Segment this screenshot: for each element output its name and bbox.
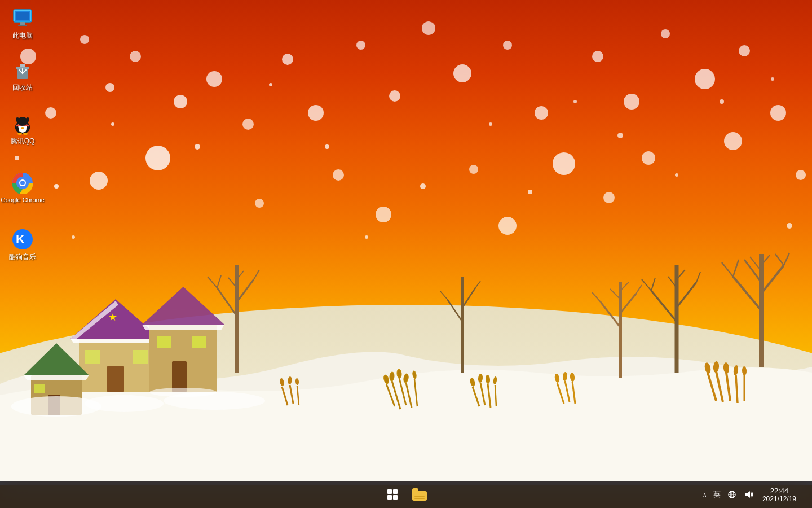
svg-point-111 [308,105,324,121]
svg-point-134 [376,207,391,222]
svg-point-123 [739,45,750,56]
svg-rect-95 [172,361,187,392]
sound-button[interactable] [741,484,757,505]
svg-rect-160 [16,12,29,20]
windows-logo-icon [387,489,398,500]
recycle-icon-label: 回收站 [12,84,33,91]
svg-text:K: K [16,232,25,246]
svg-point-124 [770,105,786,121]
svg-point-148 [528,190,532,194]
svg-rect-162 [18,25,27,26]
svg-point-143 [269,83,272,86]
svg-rect-93 [157,336,171,348]
svg-point-132 [255,199,264,208]
desktop-icon-computer[interactable]: 此电脑 [3,5,42,42]
svg-rect-94 [192,336,206,348]
svg-point-114 [422,21,435,35]
svg-point-106 [145,146,170,170]
computer-icon-label: 此电脑 [12,32,33,40]
chrome-icon-label: Google Chrome [1,196,45,204]
svg-point-147 [489,122,492,126]
qq-icon [11,112,34,135]
svg-point-117 [535,106,548,120]
svg-point-133 [333,169,344,181]
svg-point-135 [469,165,478,174]
taskbar-right: ∧ 英 [700,484,807,505]
svg-point-112 [356,41,365,50]
desktop-icon-kuwo[interactable]: K 酷狗音乐 [3,226,42,263]
svg-point-181 [16,117,19,122]
svg-point-131 [242,119,254,130]
svg-rect-89 [133,350,148,364]
svg-marker-92 [142,325,224,330]
svg-point-137 [603,192,615,203]
svg-point-136 [498,217,517,235]
svg-marker-83 [70,339,161,343]
desktop: ★ [0,0,812,508]
network-icon [727,490,736,499]
svg-point-153 [771,77,774,81]
language-button[interactable]: 英 [711,484,723,505]
chrome-icon [11,172,34,194]
svg-point-146 [420,183,426,189]
svg-rect-85 [107,366,124,392]
svg-point-129 [130,51,141,62]
svg-point-141 [111,122,114,126]
svg-point-118 [553,152,575,175]
svg-point-103 [85,395,164,412]
qq-icon-label: 腾讯QQ [11,137,35,145]
svg-point-182 [26,117,29,122]
svg-rect-101 [34,384,45,393]
svg-point-115 [453,64,471,82]
svg-marker-99 [24,375,89,380]
svg-point-176 [17,133,22,135]
svg-point-154 [787,223,792,229]
show-hidden-icons-button[interactable]: ∧ [700,484,710,505]
svg-point-156 [72,235,75,239]
svg-text:★: ★ [108,312,117,323]
desktop-icon-recycle[interactable]: 回收站 [3,56,42,94]
svg-point-152 [720,99,724,104]
computer-icon [11,7,34,29]
desktop-icon-chrome[interactable]: Google Chrome [3,169,42,206]
kuwo-icon: K [11,228,34,251]
svg-point-108 [105,83,114,92]
svg-point-110 [282,54,293,65]
sound-icon [744,490,753,499]
show-desktop-button[interactable] [802,484,807,505]
folder-icon [412,488,427,501]
svg-point-122 [695,69,715,89]
svg-point-128 [80,35,89,44]
clock-time: 22:44 [770,487,789,495]
svg-point-144 [325,144,329,149]
file-explorer-button[interactable] [407,482,432,507]
recycle-icon [11,59,34,81]
svg-rect-88 [85,350,100,364]
svg-point-109 [90,172,108,190]
desktop-icon-qq[interactable]: 腾讯QQ [3,110,42,147]
svg-point-116 [503,41,512,50]
svg-point-180 [17,117,28,126]
network-button[interactable] [724,484,740,505]
taskbar: ∧ 英 [0,481,812,508]
taskbar-center [380,482,432,507]
svg-point-130 [206,71,222,87]
svg-rect-165 [20,64,25,67]
svg-point-126 [45,107,56,119]
svg-point-139 [724,132,742,150]
svg-rect-161 [20,22,25,25]
svg-point-113 [389,90,400,102]
start-button[interactable] [380,482,405,507]
chevron-up-icon: ∧ [703,492,707,498]
clock-area[interactable]: 22:44 2021/12/19 [758,485,801,504]
language-label: 英 [713,489,721,500]
kuwo-icon-label: 酷狗音乐 [9,253,36,261]
svg-point-149 [573,100,577,103]
svg-point-151 [675,173,678,177]
svg-marker-194 [745,491,750,498]
svg-point-150 [617,133,623,138]
svg-point-177 [23,133,28,135]
clock-date: 2021/12/19 [762,495,796,503]
svg-point-104 [164,392,265,410]
svg-point-145 [365,235,368,239]
